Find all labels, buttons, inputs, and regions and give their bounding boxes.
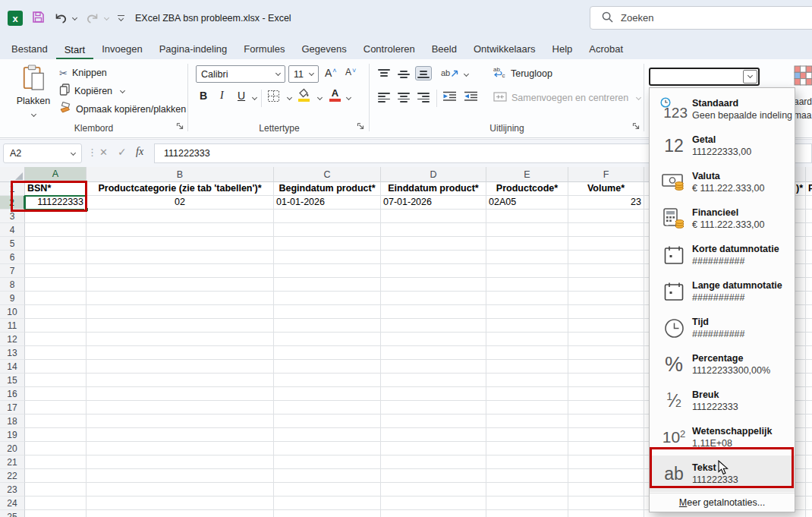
cell-H11[interactable]: [806, 319, 812, 333]
cell-H7[interactable]: [806, 264, 812, 278]
paste-button[interactable]: Plakken: [14, 64, 53, 123]
cell-A13[interactable]: [25, 346, 87, 360]
cell-E14[interactable]: [486, 360, 568, 374]
row-header-19[interactable]: 19: [0, 428, 25, 442]
cell-F3[interactable]: [568, 210, 644, 223]
row-header-24[interactable]: 24: [0, 497, 25, 510]
cell-F9[interactable]: [568, 292, 644, 305]
increase-font-size-button[interactable]: A˄: [325, 67, 337, 79]
row-header-8[interactable]: 8: [0, 278, 25, 292]
cell-C16[interactable]: [274, 387, 381, 401]
decrease-font-size-button[interactable]: A˅: [345, 67, 356, 77]
column-header-A[interactable]: A: [25, 167, 87, 182]
more-number-formats[interactable]: Meer getalnotaties...: [650, 493, 795, 512]
cell-C13[interactable]: [274, 346, 381, 360]
format-option-korte-datumnotatie[interactable]: Korte datumnotatie##########: [650, 237, 795, 273]
tab-gegevens[interactable]: Gegevens: [293, 39, 354, 59]
cell-D9[interactable]: [381, 292, 486, 305]
cell-A18[interactable]: [25, 415, 87, 428]
tab-ontwikkelaars[interactable]: Ontwikkelaars: [465, 39, 544, 59]
cell-E12[interactable]: [486, 333, 568, 346]
cell-E17[interactable]: [486, 401, 568, 415]
format-option-valuta[interactable]: Valuta€ 111.222.333,00: [650, 164, 795, 200]
tab-bestand[interactable]: Bestand: [3, 39, 56, 59]
tab-pagina-indeling[interactable]: Pagina-indeling: [151, 39, 236, 59]
row-header-7[interactable]: 7: [0, 264, 25, 278]
conditional-formatting-button[interactable]: aard maa: [794, 65, 812, 122]
borders-button[interactable]: [267, 90, 280, 106]
font-color-button[interactable]: A: [329, 88, 341, 102]
cell-F23[interactable]: [568, 483, 644, 497]
cell-E3[interactable]: [486, 210, 568, 223]
row-header-4[interactable]: 4: [0, 223, 25, 237]
increase-indent-button[interactable]: [464, 91, 478, 105]
cell-F18[interactable]: [568, 415, 644, 428]
cell-C10[interactable]: [274, 305, 381, 319]
cell-A17[interactable]: [25, 401, 87, 415]
cell-C22[interactable]: [274, 469, 381, 483]
cell-B14[interactable]: [87, 360, 274, 374]
cell-B9[interactable]: [87, 292, 274, 305]
cell-B4[interactable]: [87, 223, 274, 237]
font-dialog-launcher-icon[interactable]: [357, 119, 364, 133]
search-box[interactable]: Zoeken: [590, 6, 812, 30]
cell-C23[interactable]: [274, 483, 381, 497]
cell-A9[interactable]: [25, 292, 87, 305]
cell-D4[interactable]: [381, 223, 486, 237]
underline-chevron-icon[interactable]: [252, 95, 257, 100]
tab-acrobat[interactable]: Acrobat: [581, 39, 631, 59]
number-format-dropdown[interactable]: [649, 68, 760, 86]
cell-D6[interactable]: [381, 251, 486, 264]
cell-C15[interactable]: [274, 374, 381, 387]
wrap-text-button[interactable]: abc Terugloop: [493, 66, 552, 81]
cell-F7[interactable]: [568, 264, 644, 278]
cell-D16[interactable]: [381, 387, 486, 401]
row-header-18[interactable]: 18: [0, 415, 25, 428]
cell-F8[interactable]: [568, 278, 644, 292]
cell-A4[interactable]: [25, 223, 87, 237]
cell-D24[interactable]: [381, 497, 486, 510]
align-center-button[interactable]: [395, 90, 412, 105]
orientation-button[interactable]: ab: [441, 68, 459, 77]
copy-button[interactable]: Kopiëren: [59, 84, 124, 99]
cell-F19[interactable]: [568, 428, 644, 442]
cell-B16[interactable]: [87, 387, 274, 401]
cell-D3[interactable]: [381, 210, 486, 223]
row-header-12[interactable]: 12: [0, 333, 25, 346]
cell-E4[interactable]: [486, 223, 568, 237]
cell-H5[interactable]: [806, 237, 812, 251]
cell-A23[interactable]: [25, 483, 87, 497]
cell-D8[interactable]: [381, 278, 486, 292]
column-header-H[interactable]: H: [806, 167, 812, 182]
insert-function-icon[interactable]: fx: [136, 146, 143, 158]
cell-C7[interactable]: [274, 264, 381, 278]
cell-D11[interactable]: [381, 319, 486, 333]
row-header-2[interactable]: 2: [0, 196, 25, 210]
format-option-getal[interactable]: 12Getal111222333,00: [650, 128, 795, 164]
cell-C14[interactable]: [274, 360, 381, 374]
format-option-breuk[interactable]: 1⁄2Breuk111222333: [650, 383, 795, 419]
cell-D10[interactable]: [381, 305, 486, 319]
cell-B13[interactable]: [87, 346, 274, 360]
cell-B2[interactable]: 02: [87, 196, 274, 210]
cell-A19[interactable]: [25, 428, 87, 442]
tab-formules[interactable]: Formules: [235, 39, 293, 59]
cell-F17[interactable]: [568, 401, 644, 415]
format-option-financieel[interactable]: Financieel€ 111.222.333,00: [650, 200, 795, 237]
cell-H15[interactable]: [806, 374, 812, 387]
cell-C24[interactable]: [274, 497, 381, 510]
underline-button[interactable]: U: [238, 90, 245, 102]
cell-D18[interactable]: [381, 415, 486, 428]
bold-button[interactable]: B: [200, 90, 207, 102]
cell-E15[interactable]: [486, 374, 568, 387]
orientation-chevron-icon[interactable]: [464, 71, 469, 77]
column-header-B[interactable]: B: [87, 167, 274, 182]
cell-D7[interactable]: [381, 264, 486, 278]
cell-A15[interactable]: [25, 374, 87, 387]
cell-E7[interactable]: [486, 264, 568, 278]
cell-D5[interactable]: [381, 237, 486, 251]
cell-H16[interactable]: [806, 387, 812, 401]
cell-H23[interactable]: [806, 483, 812, 497]
row-header-3[interactable]: 3: [0, 210, 25, 223]
cell-A11[interactable]: [25, 319, 87, 333]
